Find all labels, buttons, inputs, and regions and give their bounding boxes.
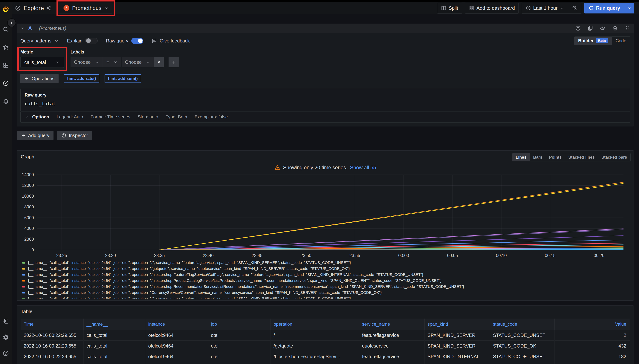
legend-item[interactable]: {__name__="calls_total", instance="otelc…: [22, 296, 630, 298]
query-row-header: A (Prometheus): [17, 24, 634, 33]
sidebar-expand-button[interactable]: ›: [7, 18, 16, 27]
query-editor-panel: A (Prometheus) Query patterns: [17, 24, 634, 126]
alerting-bell-icon[interactable]: [2, 98, 9, 104]
table-cell: otel: [208, 351, 270, 362]
column-header-servicename[interactable]: service_name: [359, 318, 424, 330]
table-row[interactable]: 2022-10-16 00:22:29.655calls_totalotelco…: [21, 330, 630, 340]
run-query-button[interactable]: Run query: [584, 2, 624, 14]
chart-legend: {__name__="calls_total", instance="otelc…: [21, 260, 630, 298]
operations-button[interactable]: Operations: [20, 74, 58, 83]
dashboards-icon[interactable]: [2, 62, 9, 68]
table-cell: quoteservice: [359, 340, 424, 351]
builder-mode-tab[interactable]: Builder Beta: [574, 37, 612, 45]
table-cell: SPAN_KIND_SERVER: [424, 330, 490, 340]
query-datasource-hint: (Prometheus): [39, 26, 66, 31]
remove-query-trash-icon[interactable]: [612, 26, 618, 31]
column-header-name[interactable]: __name__: [84, 318, 145, 330]
svg-text:00:15: 00:15: [545, 253, 556, 258]
table-row[interactable]: 2022-10-16 00:22:29.655calls_totalotelco…: [21, 340, 630, 351]
table-row[interactable]: 2022-10-16 00:22:29.655calls_totalotelco…: [21, 362, 630, 364]
help-icon[interactable]: [2, 350, 9, 356]
add-to-dashboard-label: Add to dashboard: [476, 5, 515, 11]
table-row[interactable]: 2022-10-16 00:22:29.655calls_totalotelco…: [21, 351, 630, 362]
table-cell: /getquote: [270, 340, 359, 351]
legend-item[interactable]: {__name__="calls_total", instance="otelc…: [22, 272, 630, 278]
query-patterns-dropdown[interactable]: Query patterns: [20, 38, 59, 44]
legend-color-swatch: [22, 286, 25, 288]
legend-item[interactable]: {__name__="calls_total", instance="otelc…: [22, 260, 630, 266]
add-label-filter-button[interactable]: [168, 57, 179, 67]
legend-item[interactable]: {__name__="calls_total", instance="otelc…: [22, 290, 630, 296]
query-help-icon[interactable]: [575, 26, 581, 31]
graph-mode-points[interactable]: Points: [546, 154, 565, 161]
zoom-out-icon: [572, 5, 578, 11]
run-query-dropdown[interactable]: [624, 2, 634, 14]
column-header-operation[interactable]: operation: [270, 318, 359, 330]
column-header-job[interactable]: job: [208, 318, 270, 330]
legend-series-label: {__name__="calls_total", instance="otelc…: [28, 272, 423, 277]
legend-item[interactable]: {__name__="calls_total", instance="otelc…: [22, 266, 630, 272]
settings-gear-icon[interactable]: [2, 334, 9, 340]
time-series-chart[interactable]: 0200040006000800010000120001400023:2523:…: [21, 172, 630, 258]
explore-icon[interactable]: [2, 80, 9, 86]
metric-select[interactable]: calls_total: [20, 57, 64, 68]
beta-badge: Beta: [596, 38, 608, 44]
collapse-query-icon[interactable]: [20, 26, 25, 30]
zoom-out-time-button[interactable]: [568, 2, 582, 14]
explain-toggle[interactable]: [85, 38, 98, 44]
query-options-row[interactable]: Options Legend: AutoFormat: Time seriesS…: [20, 112, 630, 122]
legend-item[interactable]: {__name__="calls_total", instance="otelc…: [22, 278, 630, 284]
code-mode-tab[interactable]: Code: [612, 37, 630, 45]
graph-mode-stacked-bars[interactable]: Stacked bars: [598, 154, 630, 161]
hint-add-rate-button[interactable]: hint: add rate(): [64, 74, 99, 83]
run-query-button-group: Run query: [584, 2, 634, 14]
column-header-instance[interactable]: instance: [145, 318, 208, 330]
grafana-logo[interactable]: [2, 5, 10, 13]
svg-text:2000: 2000: [24, 237, 34, 242]
add-query-button[interactable]: Add query: [17, 131, 54, 140]
option-summary-item: Exemplars: false: [194, 114, 228, 120]
datasource-picker[interactable]: Prometheus: [59, 2, 113, 14]
split-button[interactable]: Split: [437, 2, 462, 14]
label-key-select[interactable]: Choose: [70, 57, 103, 67]
prometheus-logo: [63, 5, 70, 11]
column-header-statuscode[interactable]: status_code: [490, 318, 554, 330]
table-cell: STATUS_CODE_UNSET: [490, 330, 554, 340]
options-label: Options: [32, 114, 49, 120]
raw-query-toggle[interactable]: [131, 38, 143, 44]
column-header-spankind[interactable]: span_kind: [424, 318, 490, 330]
explain-toggle-group: Explain: [67, 38, 98, 44]
duplicate-query-icon[interactable]: [588, 26, 593, 31]
remove-label-filter-button[interactable]: [154, 57, 164, 67]
give-feedback-link[interactable]: Give feedback: [152, 38, 190, 44]
column-header-value[interactable]: Value: [554, 318, 630, 330]
legend-item[interactable]: {__name__="calls_total", instance="otelc…: [22, 284, 630, 290]
share-icon[interactable]: [46, 6, 52, 10]
svg-text:00:00: 00:00: [398, 253, 409, 258]
label-value-select[interactable]: Choose: [122, 57, 154, 67]
starred-icon[interactable]: [2, 44, 9, 50]
time-range-picker[interactable]: Last 1 hour: [522, 2, 568, 14]
column-header-time[interactable]: Time: [21, 318, 84, 330]
datasource-name: Prometheus: [72, 5, 102, 11]
label-operator-select[interactable]: =: [103, 57, 121, 67]
dashboard-grid-icon: [469, 6, 474, 11]
table-cell: SPAN_KIND_INTERNAL: [424, 351, 490, 362]
disable-query-eye-icon[interactable]: [600, 26, 606, 31]
graph-mode-lines[interactable]: Lines: [512, 154, 530, 161]
show-all-series-link[interactable]: Show all 55: [350, 165, 376, 170]
add-to-dashboard-button[interactable]: Add to dashboard: [465, 2, 519, 14]
graph-mode-bars[interactable]: Bars: [530, 154, 546, 161]
query-ref-id[interactable]: A: [28, 26, 32, 31]
search-icon[interactable]: [2, 26, 9, 32]
hint-add-sum-button[interactable]: hint: add sum(): [104, 74, 141, 83]
inspector-button[interactable]: Inspector: [57, 131, 92, 140]
label-value-placeholder: Choose: [125, 59, 142, 65]
raw-query-preview: Raw query calls_total: [20, 89, 630, 112]
sign-in-icon[interactable]: [2, 318, 9, 324]
svg-text:00:10: 00:10: [496, 253, 507, 258]
drag-handle-icon[interactable]: [624, 26, 630, 31]
legend-color-swatch: [22, 262, 25, 264]
svg-text:23:40: 23:40: [203, 253, 214, 258]
graph-mode-stacked-lines[interactable]: Stacked lines: [565, 154, 598, 161]
